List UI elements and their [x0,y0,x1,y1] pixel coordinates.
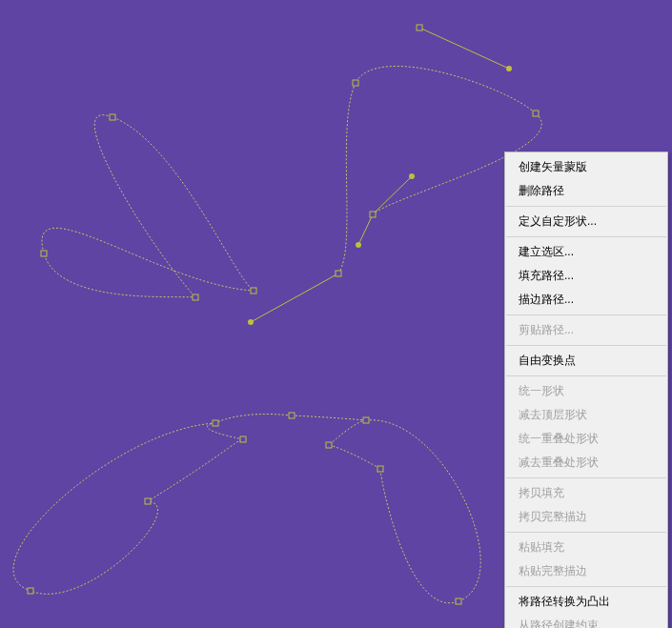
control-handle-point[interactable] [356,242,361,248]
anchor-point[interactable] [370,212,376,217]
menu-paste-stroke: 粘贴完整描边 [505,559,667,583]
menu-fill-path[interactable]: 填充路径... [505,264,667,288]
menu-paste-fill: 粘贴填充 [505,536,667,559]
control-handle-point[interactable] [248,319,254,325]
control-handle-point[interactable] [409,173,415,179]
menu-stroke-path[interactable]: 描边路径... [505,288,667,312]
control-handle-line [358,214,373,245]
control-handle-line [419,28,509,69]
menu-unite-shapes: 统一形状 [505,379,667,403]
menu-separator [506,236,666,237]
anchor-point[interactable] [336,271,341,276]
anchor-point[interactable] [145,498,151,504]
menu-delete-path[interactable]: 删除路径 [505,179,667,203]
menu-separator [506,314,666,315]
anchor-point[interactable] [110,114,115,120]
anchor-point[interactable] [213,420,218,426]
menu-separator [506,375,666,376]
menu-copy-fill: 拷贝填充 [505,481,667,505]
anchor-point[interactable] [289,413,295,418]
menu-create-constraint: 从路径创建约束 [505,614,667,628]
menu-exclude: 减去重叠处形状 [505,451,667,475]
menu-create-vector-mask[interactable]: 创建矢量蒙版 [505,155,667,179]
menu-separator [506,532,666,533]
anchor-point[interactable] [326,442,332,448]
anchor-point[interactable] [533,111,539,116]
anchor-point[interactable] [377,466,383,472]
anchor-point[interactable] [456,598,461,604]
menu-convert-extrude[interactable]: 将路径转换为凸出 [505,590,667,614]
control-handle-line [373,176,412,214]
menu-separator [506,586,666,587]
anchor-point[interactable] [417,25,422,30]
menu-clipping-path: 剪贴路径... [505,318,667,342]
anchor-point[interactable] [28,588,33,594]
menu-copy-stroke: 拷贝完整描边 [505,505,667,529]
menu-separator [506,345,666,346]
menu-separator [506,206,666,207]
menu-intersect: 统一重叠处形状 [505,427,667,451]
menu-define-custom-shape[interactable]: 定义自定形状... [505,210,667,233]
menu-separator [506,477,666,478]
anchor-point[interactable] [251,288,256,294]
anchor-point[interactable] [240,436,246,442]
menu-make-selection[interactable]: 建立选区... [505,240,667,264]
anchor-point[interactable] [193,294,198,300]
menu-free-transform-points[interactable]: 自由变换点 [505,349,667,373]
anchor-point[interactable] [41,251,47,256]
menu-subtract-front: 减去顶层形状 [505,403,667,427]
control-handle-line [251,273,338,322]
vector-path[interactable] [13,66,541,602]
control-handle-point[interactable] [506,66,512,71]
anchor-point[interactable] [353,80,358,86]
path-context-menu: 创建矢量蒙版删除路径定义自定形状...建立选区...填充路径...描边路径...… [504,152,668,628]
anchor-point[interactable] [363,417,369,423]
